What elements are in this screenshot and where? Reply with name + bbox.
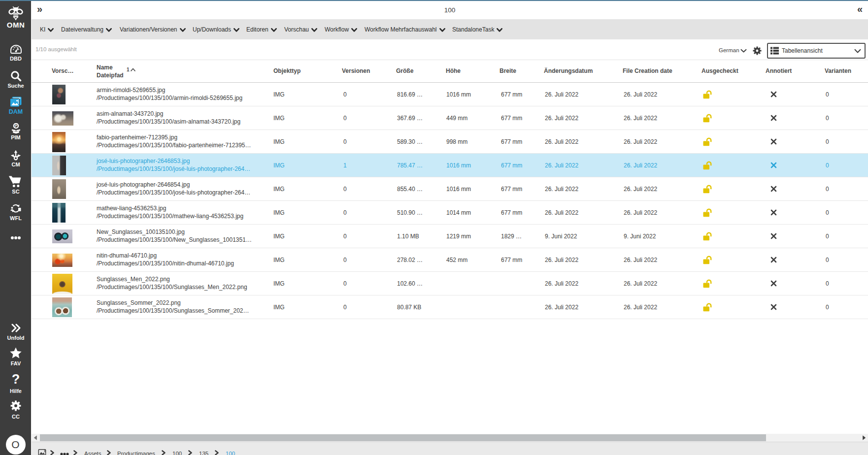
svg-text:P: P xyxy=(15,124,17,128)
